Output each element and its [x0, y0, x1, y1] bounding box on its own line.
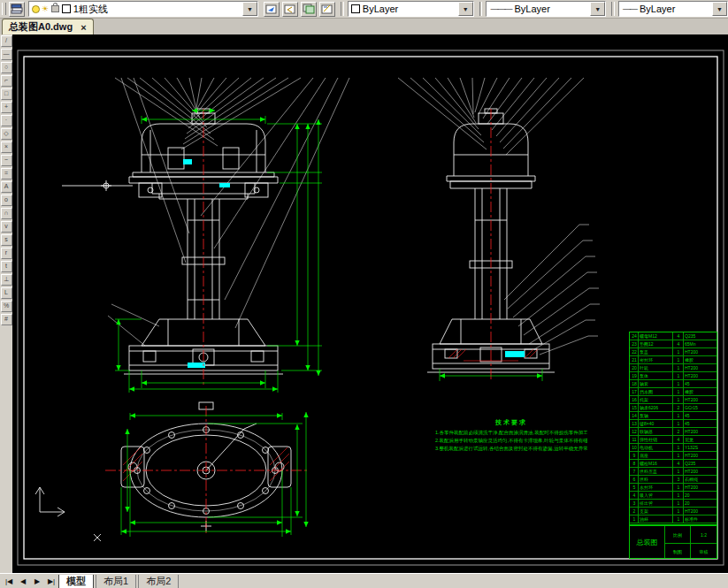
layer-previous-button[interactable] — [282, 2, 298, 17]
linetype-combo[interactable]: ——— ByLayer ▼ — [486, 1, 606, 17]
ucs-icon — [35, 487, 65, 516]
next-layout-button[interactable]: ▶ — [32, 577, 42, 585]
lineweight-dropdown-arrow[interactable]: ▼ — [712, 2, 727, 16]
autocad-window: ☀ 1粗实线 ▼ ByLay — [0, 0, 728, 588]
layer-translate-icon — [321, 4, 333, 14]
notes-line: 1.各零件装配前必须清洗干净,配合面涂润滑油,装配时不得损伤零件加工表面; — [435, 429, 587, 437]
document-tab[interactable]: 总装图A0.dwg × — [2, 19, 94, 34]
draw-tool-17-icon[interactable]: t — [1, 261, 12, 272]
layer-color-swatch — [62, 4, 71, 13]
sheet-frame — [18, 50, 724, 565]
last-point-marker — [94, 534, 101, 541]
main-area: /—○⌐□+·◇×~=Ao∩vsrt⊥L%# — [0, 34, 728, 573]
toolbar-separator — [479, 2, 483, 16]
draw-tool-19-icon[interactable]: L — [1, 287, 12, 299]
layer-combo[interactable]: ☀ 1粗实线 ▼ — [28, 1, 258, 17]
lineweight-sample: —— — [623, 4, 637, 13]
parts-table-row: 7填料压盖1HT200 — [630, 468, 717, 476]
lineweight-combo[interactable]: —— ByLayer ▼ — [618, 1, 728, 17]
draw-tool-1-icon[interactable]: — — [1, 49, 12, 60]
parts-table-row: 4吸入管120 — [630, 492, 717, 500]
draw-tool-3-icon[interactable]: ⌐ — [1, 75, 12, 87]
draw-tool-11-icon[interactable]: A — [1, 181, 12, 193]
technical-notes: 技术要求 1.各零件装配前必须清洗干净,配合面涂润滑油,装配时不得损伤零件加工表… — [435, 418, 587, 453]
draw-tool-6-icon[interactable]: · — [1, 115, 12, 126]
front-view — [62, 109, 283, 374]
color-dropdown-arrow[interactable]: ▼ — [458, 2, 473, 16]
draw-tool-20-icon[interactable]: % — [1, 301, 12, 312]
parts-table-row: 3排出管120 — [630, 500, 717, 508]
toolbar-separator — [341, 2, 344, 16]
draw-tool-13-icon[interactable]: ∩ — [1, 208, 12, 219]
layer-states-icon — [303, 4, 315, 14]
parts-table-row: 24螺母M124Q235 — [630, 332, 717, 340]
draw-tool-18-icon[interactable]: ⊥ — [1, 274, 12, 286]
draw-tool-12-icon[interactable]: o — [1, 195, 12, 206]
layer-on-bulb-icon[interactable] — [32, 5, 40, 13]
parts-table-row: 8螺栓M164Q235 — [630, 460, 717, 468]
draw-tool-15-icon[interactable]: s — [1, 234, 12, 246]
parts-table-row: 9底座1HT200 — [630, 452, 717, 460]
draw-tool-5-icon[interactable]: + — [1, 102, 12, 113]
notes-title: 技术要求 — [435, 418, 587, 427]
document-tabbar: 总装图A0.dwg × — [0, 19, 728, 35]
parts-table-row: 20叶轮1HT200 — [630, 364, 717, 372]
layer-lock-icon[interactable] — [51, 5, 59, 12]
layer-dropdown-arrow[interactable]: ▼ — [242, 2, 257, 16]
linetype-dropdown-arrow[interactable]: ▼ — [590, 2, 605, 16]
draw-tool-9-icon[interactable]: ~ — [1, 155, 12, 166]
tab-layout2[interactable]: 布局2 — [138, 575, 179, 588]
parts-table-row: 10电动机1Y132S — [630, 444, 717, 452]
parts-table-row: 13键8×40145 — [630, 420, 717, 428]
toolbar-grip[interactable] — [2, 3, 6, 15]
draw-tool-10-icon[interactable]: = — [1, 168, 12, 179]
layer-previous-icon — [284, 4, 296, 14]
scale-value: 1:2 — [690, 526, 717, 543]
layer-translate-button[interactable] — [319, 2, 335, 17]
first-layout-button[interactable]: |◀ — [4, 577, 14, 585]
make-object-layer-current-button[interactable] — [264, 2, 280, 17]
last-layout-button[interactable]: ▶| — [46, 577, 57, 585]
draw-tool-4-icon[interactable]: □ — [1, 88, 12, 100]
parts-table-row: 5水封环1HT200 — [630, 484, 717, 492]
color-combo[interactable]: ByLayer ▼ — [348, 1, 474, 17]
parts-table-row: 22泵盖1HT200 — [630, 348, 717, 356]
layer-properties-button[interactable] — [9, 2, 25, 17]
parts-table: 24螺母M124Q23523垫圈12465Mn22泵盖1HT20021密封环1橡… — [629, 332, 717, 525]
title-block-title: 总装图 — [630, 526, 665, 559]
draw-tool-0-icon[interactable]: / — [1, 35, 12, 47]
parts-table-row: 19泵体1HT200 — [630, 372, 717, 380]
parts-table-row: 1油杯1标准件 — [630, 515, 717, 523]
front-view-highlights — [183, 159, 230, 368]
layers-toolbar: ☀ 1粗实线 ▼ ByLay — [0, 0, 728, 19]
linetype-sample: ——— — [490, 4, 511, 13]
cad-drawing — [12, 34, 728, 573]
parts-table-rows: 24螺母M124Q23523垫圈12465Mn22泵盖1HT20021密封环1橡… — [630, 332, 717, 523]
tab-layout1[interactable]: 布局1 — [96, 575, 136, 588]
notes-line: 2.装配后用手转动泵轴应灵活均匀,不得有卡滞现象,叶轮与泵体不得有碰擦; — [435, 437, 587, 445]
parts-table-row: 15轴承62062GCr15 — [630, 404, 717, 412]
layer-states-button[interactable] — [301, 2, 317, 17]
notes-line: 3.整机装配后进行试运转,各结合面及密封处不得有渗漏,运转平稳无异常振动。 — [435, 445, 587, 453]
parts-table-row: 21密封环1橡胶 — [630, 356, 717, 364]
parts-table-row: 11弹性柱销4尼龙 — [630, 436, 717, 444]
draw-tool-8-icon[interactable]: × — [1, 141, 12, 153]
drawing-canvas[interactable]: 技术要求 1.各零件装配前必须清洗干净,配合面涂润滑油,装配时不得损伤零件加工表… — [12, 34, 728, 573]
front-dimensions — [115, 111, 322, 393]
draw-tool-14-icon[interactable]: v — [1, 221, 12, 233]
layers-icon — [11, 4, 23, 14]
close-tab-icon[interactable]: × — [80, 23, 86, 32]
draw-tool-16-icon[interactable]: r — [1, 248, 12, 259]
make-layer-current-icon — [265, 4, 278, 14]
current-lineweight-name: ByLayer — [640, 4, 675, 14]
draw-tool-2-icon[interactable]: ○ — [1, 62, 12, 73]
draw-tool-7-icon[interactable]: ◇ — [1, 128, 12, 140]
current-color-name: ByLayer — [363, 4, 398, 14]
tab-model[interactable]: 模型 — [58, 575, 94, 588]
parts-table-row: 14泵轴145 — [630, 412, 717, 420]
layout-tabbar: |◀ ◀ ▶ ▶| 模型 布局1 布局2 — [0, 573, 728, 588]
draw-tool-21-icon[interactable]: # — [1, 314, 12, 325]
layer-freeze-sun-icon[interactable]: ☀ — [42, 5, 49, 13]
previous-layout-button[interactable]: ◀ — [18, 577, 28, 585]
parts-table-row: 16托架1HT200 — [630, 396, 717, 404]
